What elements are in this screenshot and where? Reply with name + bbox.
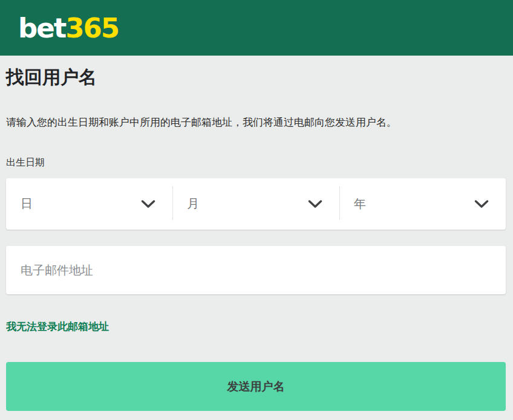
logo-365-text: 365 <box>65 12 119 44</box>
dob-label: 出生日期 <box>6 157 506 169</box>
chevron-down-icon <box>474 200 489 208</box>
instructions-text: 请输入您的出生日期和账户中所用的电子邮箱地址，我们将通过电邮向您发送用户名。 <box>6 116 506 129</box>
main-content: 找回用户名 请输入您的出生日期和账户中所用的电子邮箱地址，我们将通过电邮向您发送… <box>0 56 513 411</box>
email-row <box>6 246 506 294</box>
header-bar: bet365 <box>0 0 513 56</box>
dob-select-group: 日 月 年 <box>6 178 506 230</box>
page-title: 找回用户名 <box>6 56 506 89</box>
dob-year-placeholder: 年 <box>354 196 366 212</box>
cant-access-email-link[interactable]: 我无法登录此邮箱地址 <box>6 320 109 334</box>
send-username-button[interactable]: 发送用户名 <box>6 362 506 411</box>
bet365-logo[interactable]: bet365 <box>18 15 119 42</box>
dob-month-select[interactable]: 月 <box>172 178 339 230</box>
submit-row: 发送用户名 <box>6 362 506 411</box>
chevron-down-icon <box>308 200 322 208</box>
dob-day-select[interactable]: 日 <box>6 178 172 230</box>
chevron-down-icon <box>141 200 155 208</box>
dob-day-placeholder: 日 <box>21 196 33 212</box>
logo-bet-text: bet <box>18 12 65 44</box>
dob-year-select[interactable]: 年 <box>339 178 506 230</box>
email-input[interactable] <box>6 246 506 294</box>
dob-month-placeholder: 月 <box>187 196 199 212</box>
